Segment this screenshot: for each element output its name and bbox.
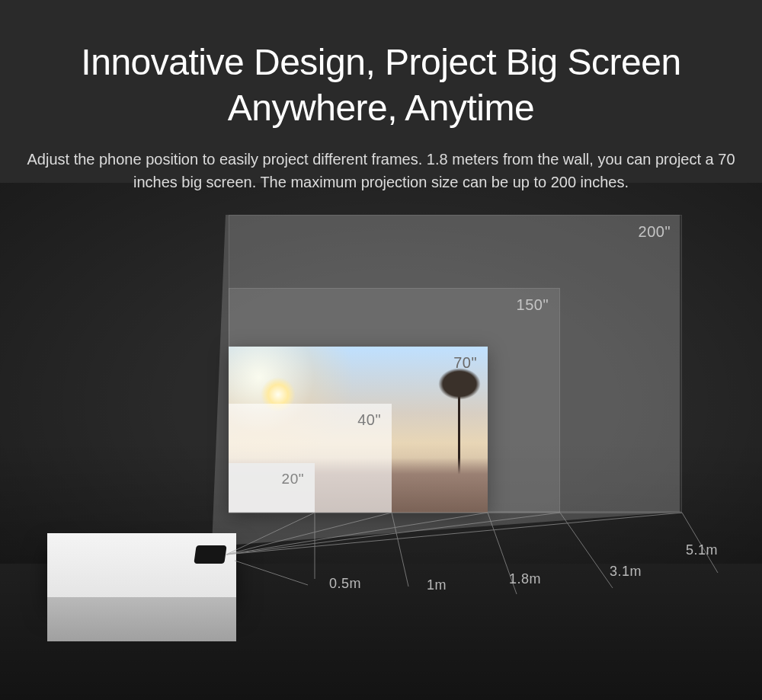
sun-icon (261, 377, 296, 412)
size-label-40: 40" (357, 411, 381, 429)
tree-silhouette (458, 382, 460, 505)
distance-label-0-5m: 0.5m (329, 576, 361, 592)
svg-line-2 (235, 561, 308, 585)
screen-150in: 150" (229, 288, 560, 513)
size-label-150: 150" (517, 296, 549, 314)
size-label-200: 200" (639, 223, 671, 241)
light-beam (212, 215, 684, 545)
projector-phone (194, 545, 226, 564)
distance-label-3-1m: 3.1m (610, 564, 642, 580)
projector-base-front (47, 597, 236, 641)
description: Adjust the phone position to easily proj… (0, 148, 762, 193)
svg-marker-0 (212, 215, 680, 545)
screen-200in: 200" (229, 215, 682, 512)
distance-label-1-8m: 1.8m (509, 571, 541, 587)
screen-40in: 40" (229, 404, 392, 513)
screen-70in: 70" (229, 347, 488, 513)
wall-shadow (0, 183, 762, 564)
sun-flare (229, 347, 381, 476)
headline: Innovative Design, Project Big Screen An… (0, 0, 762, 131)
screen-20in: 20" (229, 463, 315, 513)
size-label-70: 70" (453, 354, 477, 372)
projector-base-box (47, 533, 236, 597)
distance-label-1m: 1m (427, 577, 447, 593)
size-label-20: 20" (282, 471, 304, 487)
ground (229, 458, 488, 513)
floor-shadow (0, 441, 762, 700)
distance-label-5-1m: 5.1m (686, 542, 718, 558)
